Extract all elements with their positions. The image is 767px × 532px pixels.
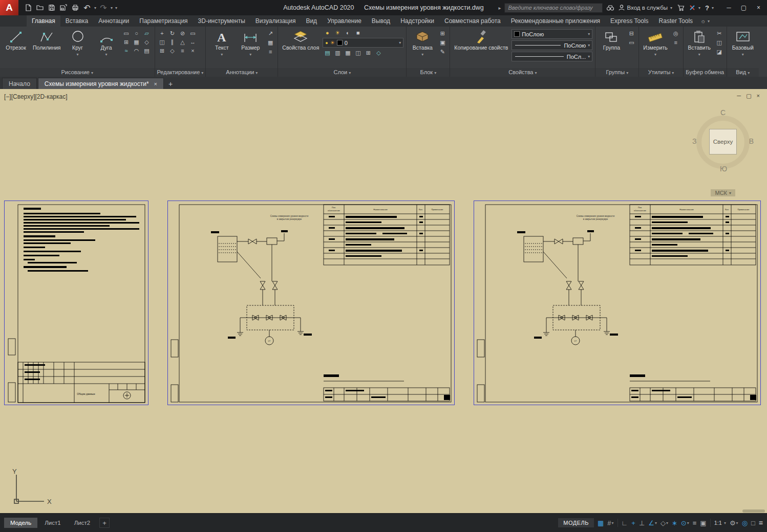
viewport-restore-icon[interactable]: ▢ (746, 93, 751, 99)
viewport-minimize-icon[interactable]: ─ (737, 93, 741, 99)
erase-icon[interactable]: ▭ (188, 29, 198, 37)
measure-caret[interactable]: ▾ (654, 52, 656, 58)
layer-on-icon[interactable]: ● (323, 29, 332, 37)
compass-south[interactable]: Ю (720, 165, 727, 173)
tab-view[interactable]: Вид (301, 15, 322, 27)
isodraft-icon[interactable]: ◇▾ (661, 519, 668, 527)
rotate-icon[interactable]: ↻ (168, 29, 177, 37)
tab-output[interactable]: Вывод (367, 15, 395, 27)
layer-match-icon[interactable]: ▤ (323, 49, 332, 57)
panel-draw-label[interactable]: Рисование▾ (0, 68, 155, 77)
polyline-button[interactable]: Полилиния (31, 28, 62, 52)
help-menu[interactable]: ? ▾ (705, 4, 715, 12)
ucs-menu-button[interactable]: МСК▾ (711, 189, 735, 196)
new-drawing-tab-button[interactable]: + (165, 79, 176, 89)
base-view-caret[interactable]: ▾ (742, 52, 744, 58)
copy-base-icon[interactable]: ◪ (715, 48, 724, 56)
quick-calc-icon[interactable]: ≡ (671, 38, 680, 47)
snap-icon[interactable]: #▾ (607, 519, 613, 527)
object-color-dropdown[interactable]: ПоСлою ▾ (512, 29, 592, 39)
compass-east[interactable]: В (749, 137, 754, 145)
match-properties-button[interactable]: Копирование свойств (453, 28, 509, 52)
explode-icon[interactable]: ≡ (178, 47, 187, 55)
layer-walk-icon[interactable]: ◇ (374, 49, 383, 57)
stretch-icon[interactable]: ↔ (188, 38, 198, 46)
panel-annotation-label[interactable]: Аннотации▾ (206, 68, 278, 77)
save-as-button[interactable] (58, 2, 69, 14)
layer-freeze-icon[interactable]: ◫ (353, 49, 363, 57)
spline-icon[interactable]: ≈ (122, 47, 131, 55)
tab-manage[interactable]: Управление (322, 15, 367, 27)
layer-prev-icon[interactable]: ▥ (333, 49, 342, 57)
panel-layers-label[interactable]: Слои▾ (278, 68, 406, 77)
line-button[interactable]: Отрезок (3, 28, 29, 52)
ribbon-display-toggle-caret[interactable]: ▾ (708, 19, 710, 24)
undo-caret[interactable]: ▾ (94, 6, 96, 10)
tab-raster-tools[interactable]: Raster Tools (654, 15, 698, 27)
file-tab-document[interactable]: Схемы измерения уровня жидкости* × (38, 78, 164, 89)
tab-3d-tools[interactable]: 3D-инструменты (193, 15, 250, 27)
compass-west[interactable]: З (692, 137, 696, 145)
tab-parametric[interactable]: Параметризация (134, 15, 193, 27)
grid-icon[interactable]: ▦ (598, 519, 604, 527)
exchange-apps-icon[interactable]: ▾ (689, 4, 701, 11)
redo-button[interactable]: ↷ (98, 2, 109, 14)
ucs-icon[interactable]: Y X (6, 468, 55, 508)
circle-button[interactable]: Круг ▾ (65, 28, 91, 58)
arc-caret[interactable]: ▾ (105, 52, 107, 58)
search-play-icon[interactable]: ▸ (498, 5, 501, 11)
tab-express-tools[interactable]: Express Tools (605, 15, 653, 27)
polygon-icon[interactable]: ◇ (142, 38, 152, 46)
text-caret[interactable]: ▾ (221, 52, 223, 58)
window-minimize-button[interactable]: ─ (721, 0, 736, 15)
layer-lock-icon[interactable]: ◐ (343, 29, 352, 37)
model-tab[interactable]: Модель (4, 518, 37, 528)
infer-constraints-icon[interactable]: ∟ (622, 519, 628, 527)
rectangle-icon[interactable]: ▭ (122, 29, 131, 37)
gradient-icon[interactable]: ▤ (142, 47, 152, 55)
window-maximize-button[interactable]: ▢ (736, 0, 751, 15)
viewport-close-icon[interactable]: × (757, 93, 760, 99)
annotation-monitor-icon[interactable]: ◎ (742, 519, 748, 527)
array-icon[interactable]: ⊞ (158, 47, 167, 55)
table-icon[interactable]: ▦ (266, 38, 275, 47)
undo-button[interactable]: ↶ (81, 2, 93, 14)
layout1-tab[interactable]: Лист1 (38, 518, 67, 528)
panel-groups-label[interactable]: Группы▾ (595, 68, 638, 77)
model-space-button[interactable]: МОДЕЛЬ (558, 518, 594, 527)
fillet-icon[interactable]: △ (178, 38, 187, 46)
paste-caret[interactable]: ▾ (698, 52, 700, 58)
cut-icon[interactable]: ✂ (715, 29, 724, 37)
group-button[interactable]: Группа (598, 28, 625, 52)
app-store-cart-icon[interactable] (677, 4, 685, 11)
trim-icon[interactable]: ⊘ (178, 29, 187, 37)
panel-block-label[interactable]: Блок▾ (407, 68, 450, 77)
arc-button[interactable]: Дуга ▾ (93, 28, 120, 58)
window-close-button[interactable]: × (751, 0, 766, 15)
annotation-scale-control[interactable]: 1:1▾ (714, 520, 726, 526)
new-layout-button[interactable]: + (99, 518, 110, 528)
region-icon[interactable]: ⊞ (122, 38, 131, 46)
tab-insert[interactable]: Вставка (60, 15, 94, 27)
layer-thaw-icon[interactable]: ☀ (333, 29, 342, 37)
dynamic-input-icon[interactable]: + (631, 519, 635, 527)
tab-collaborate[interactable]: Совместная работа (439, 15, 506, 27)
selection-cycling-icon[interactable]: ▣ (700, 519, 706, 527)
object-snap-tracking-icon[interactable]: ∗ (672, 519, 677, 527)
compass-north[interactable]: С (720, 108, 726, 117)
measure-button[interactable]: Измерить ▾ (642, 28, 669, 58)
viewcube[interactable]: С В Ю З Сверху (694, 108, 754, 180)
tab-featured-apps[interactable]: Рекомендованные приложения (506, 15, 605, 27)
panel-clipboard-label[interactable]: Буфер обмена (684, 68, 727, 77)
layer-color-icon[interactable]: ■ (353, 29, 363, 37)
tab-visualize[interactable]: Визуализация (250, 15, 301, 27)
leader-icon[interactable]: ↗ (266, 29, 275, 37)
panel-properties-label[interactable]: Свойства▾ (450, 68, 595, 77)
workspace-switching-icon[interactable]: ⚙▾ (730, 519, 738, 527)
layer-properties-button[interactable]: Свойства слоя (281, 28, 321, 52)
scale-icon[interactable]: ◇ (168, 47, 177, 55)
redo-caret[interactable]: ▾ (111, 6, 113, 10)
layer-isolate-icon[interactable]: ▦ (343, 49, 352, 57)
customization-icon[interactable]: ≡ (759, 519, 763, 527)
paste-button[interactable]: Вставить ▾ (686, 28, 713, 58)
